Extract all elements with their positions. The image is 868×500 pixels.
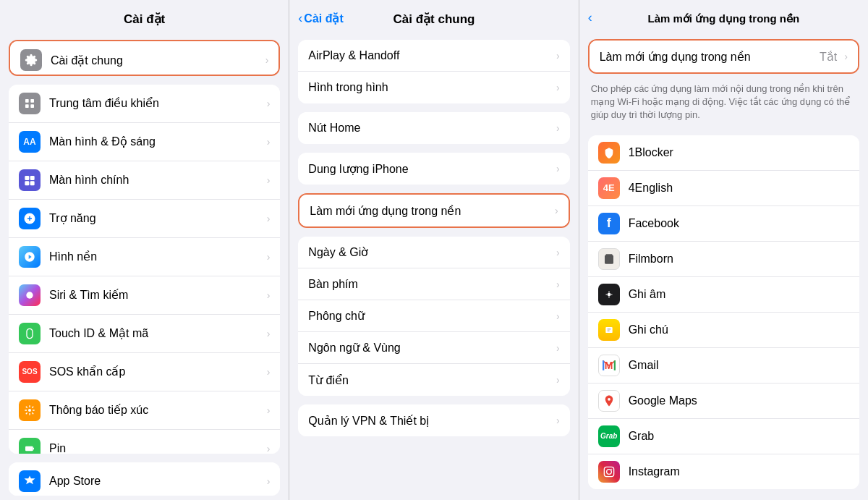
app-row-ghi-chu[interactable]: Ghi chú xyxy=(588,313,859,348)
panel-settings: Cài đặt Cài đặt chung › Trung tâm điều k… xyxy=(0,0,289,500)
row-tro-nang-label: Trợ năng xyxy=(49,211,263,225)
row-siri-label: Siri & Tìm kiếm xyxy=(49,288,263,302)
chevron-lam-moi: › xyxy=(555,205,558,216)
app-row-facebook[interactable]: f Facebook xyxy=(588,206,859,242)
app-row-gmail[interactable]: M Gmail xyxy=(588,348,859,384)
svg-point-10 xyxy=(28,409,31,412)
svg-rect-20 xyxy=(604,467,613,476)
panel-background-refresh: ‹ Làm mới ứng dụng trong nền Làm mới ứng… xyxy=(579,0,868,500)
back-to-settings[interactable]: ‹ Cài đặt xyxy=(298,10,343,25)
app-row-instagram[interactable]: Instagram xyxy=(588,454,859,489)
chevron-ban-phim: › xyxy=(556,279,560,290)
svg-rect-3 xyxy=(30,104,34,108)
icon-gear xyxy=(20,49,42,71)
app-label-ghi-am: Ghi âm xyxy=(629,288,666,301)
panel2-header: ‹ Cài đặt Cài đặt chung xyxy=(289,0,578,35)
app-label-4english: 4English xyxy=(629,182,673,195)
row-ngon-ngu-label: Ngôn ngữ & Vùng xyxy=(308,341,552,355)
back-to-general[interactable]: ‹ xyxy=(588,10,592,25)
section-app-store: App Store › xyxy=(9,462,280,496)
app-row-grab[interactable]: Grab Grab xyxy=(588,419,859,454)
chevron-nut-home: › xyxy=(556,122,560,134)
row-top-refresh-label: Làm mới ứng dụng trong nền xyxy=(600,50,820,64)
row-man-hinh-chinh-label: Màn hình chính xyxy=(49,174,263,187)
app-row-4english[interactable]: 4E 4English xyxy=(588,171,859,206)
row-dung-luong[interactable]: Dung lượng iPhone › xyxy=(298,153,569,185)
row-lam-moi[interactable]: Làm mới ứng dụng trong nền › xyxy=(299,195,568,226)
row-man-hinh-do-sang[interactable]: AA Màn hình & Độ sáng › xyxy=(9,123,280,161)
svg-rect-18 xyxy=(613,360,615,370)
row-cai-dat-chung[interactable]: Cài đặt chung › xyxy=(10,41,278,76)
row-thong-bao[interactable]: Thông báo tiếp xúc › xyxy=(9,391,280,430)
row-nut-home[interactable]: Nút Home › xyxy=(298,112,569,144)
icon-trung-tam xyxy=(19,93,41,114)
row-ngay-gio[interactable]: Ngày & Giờ › xyxy=(298,237,569,268)
svg-point-19 xyxy=(608,397,610,400)
row-thong-bao-label: Thông báo tiếp xúc xyxy=(49,403,263,417)
svg-rect-17 xyxy=(603,360,604,370)
panel3-title: Làm mới ứng dụng trong nền xyxy=(647,12,799,25)
row-ban-phim[interactable]: Bàn phím › xyxy=(298,268,569,300)
row-sos[interactable]: SOS SOS khẩn cấp › xyxy=(9,353,280,391)
row-phong-chu[interactable]: Phông chữ › xyxy=(298,300,569,332)
icon-ghi-am xyxy=(598,284,620,305)
row-hinh-nen-label: Hình nền xyxy=(49,250,263,263)
chevron-man-hinh: › xyxy=(267,136,271,148)
app-label-facebook: Facebook xyxy=(629,217,679,230)
chevron-cai-dat-chung: › xyxy=(265,54,269,66)
row-man-hinh-chinh[interactable]: Màn hình chính › xyxy=(9,161,280,200)
row-trung-tam-label: Trung tâm điều khiển xyxy=(49,96,263,110)
chevron-hinh-nen: › xyxy=(267,251,271,263)
row-airplay[interactable]: AirPlay & Handoff › xyxy=(298,40,569,72)
svg-rect-4 xyxy=(25,176,29,180)
row-top-refresh[interactable]: Làm mới ứng dụng trong nền Tắt › xyxy=(590,41,858,72)
row-ngon-ngu[interactable]: Ngôn ngữ & Vùng › xyxy=(298,332,569,364)
svg-point-13 xyxy=(607,292,610,296)
row-pin[interactable]: Pin › xyxy=(9,430,280,454)
row-phong-chu-label: Phông chữ xyxy=(308,309,552,323)
app-label-google-maps: Google Maps xyxy=(629,394,697,407)
app-label-gmail: Gmail xyxy=(629,359,659,372)
icon-gmail: M xyxy=(598,355,620,376)
icon-sos: SOS xyxy=(19,361,41,383)
svg-rect-1 xyxy=(30,99,34,103)
panel-general-settings: ‹ Cài đặt Cài đặt chung AirPlay & Handof… xyxy=(289,0,578,500)
row-nut-home-label: Nút Home xyxy=(308,122,552,135)
app-row-google-maps[interactable]: Google Maps xyxy=(588,384,859,419)
row-hinh-nen[interactable]: Hình nền › xyxy=(9,238,280,276)
icon-4english: 4E xyxy=(598,177,620,199)
row-siri[interactable]: Siri & Tìm kiếm › xyxy=(9,276,280,315)
panel3-header: ‹ Làm mới ứng dụng trong nền xyxy=(579,0,868,35)
chevron-sos: › xyxy=(267,366,271,378)
chevron-man-hinh-chinh: › xyxy=(267,174,271,186)
app-label-ghi-chu: Ghi chú xyxy=(629,323,668,336)
section-airplay: AirPlay & Handoff › Hình trong hình › xyxy=(298,40,569,103)
panel1-header: Cài đặt xyxy=(0,0,289,35)
row-trung-tam[interactable]: Trung tâm điều khiển › xyxy=(9,85,280,123)
icon-app-store xyxy=(19,470,41,492)
row-tu-dien[interactable]: Từ điển › xyxy=(298,364,569,396)
row-quan-ly-vpn[interactable]: Quản lý VPN & Thiết bị › xyxy=(298,404,569,436)
icon-grab: Grab xyxy=(598,425,620,447)
app-row-1blocker[interactable]: 1Blocker xyxy=(588,135,859,171)
row-hinh-trong-hinh-label: Hình trong hình xyxy=(308,81,552,94)
chevron-ngon-ngu: › xyxy=(556,342,560,354)
svg-rect-2 xyxy=(25,104,29,108)
row-tro-nang[interactable]: Trợ năng › xyxy=(9,200,280,238)
app-label-1blocker: 1Blocker xyxy=(629,146,673,159)
row-hinh-trong-hinh[interactable]: Hình trong hình › xyxy=(298,72,569,103)
icon-1blocker xyxy=(598,142,620,164)
chevron-quan-ly-vpn: › xyxy=(556,415,560,426)
svg-point-22 xyxy=(611,468,612,469)
row-app-store[interactable]: App Store › xyxy=(9,462,280,496)
chevron-hinh-trong-hinh: › xyxy=(556,82,560,93)
section-nut-home: Nút Home › xyxy=(298,112,569,144)
app-row-filmborn[interactable]: Filmborn xyxy=(588,242,859,277)
app-row-ghi-am[interactable]: Ghi âm xyxy=(588,277,859,313)
row-touch-id[interactable]: Touch ID & Mật mã › xyxy=(9,315,280,353)
section-ngay-gio: Ngày & Giờ › Bàn phím › Phông chữ › Ngôn… xyxy=(298,237,569,396)
row-lam-moi-label: Làm mới ứng dụng trong nền xyxy=(310,204,550,218)
svg-rect-6 xyxy=(25,181,29,185)
chevron-tu-dien: › xyxy=(556,374,560,386)
chevron-airplay: › xyxy=(556,50,560,62)
